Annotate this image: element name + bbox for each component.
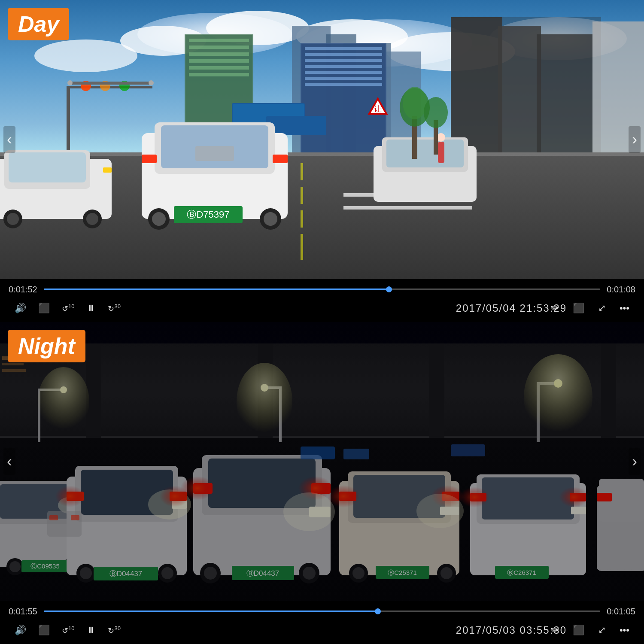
day-more-btn[interactable]: ••• (614, 300, 635, 316)
night-next-arrow[interactable]: › (629, 448, 641, 475)
day-controls: 0:01:52 0:01:08 🔊 ⬛ ↺10 ⏸ ↻30 2017/05/04… (0, 279, 644, 322)
svg-rect-77 (438, 142, 444, 163)
svg-text:让: 让 (374, 105, 382, 113)
day-expand-btn[interactable]: ⤢ (592, 300, 612, 316)
night-forward-btn[interactable]: ↻30 (102, 623, 126, 638)
svg-rect-26 (305, 65, 382, 68)
day-next-arrow[interactable]: › (629, 126, 641, 153)
svg-rect-23 (305, 47, 382, 50)
day-progress-track[interactable] (44, 289, 600, 290)
night-volume-btn[interactable]: 🔊 (9, 622, 32, 638)
svg-point-58 (7, 213, 19, 225)
svg-point-52 (67, 80, 73, 85)
day-progress-thumb[interactable] (386, 286, 392, 292)
svg-rect-56 (9, 152, 86, 182)
day-play-btn[interactable]: ⏸ (80, 300, 102, 316)
svg-rect-71 (142, 155, 157, 163)
day-pip-btn[interactable]: ⬛ (567, 300, 590, 316)
night-rewind-btn[interactable]: ↺10 (56, 623, 80, 638)
svg-rect-16 (189, 46, 249, 49)
day-buttons-row: 🔊 ⬛ ↺10 ⏸ ↻30 2017/05/04 21:53:29 ✏ ⬛ ⤢ … (9, 300, 635, 316)
svg-rect-24 (305, 53, 382, 56)
svg-rect-46 (67, 86, 70, 155)
night-time-left: 0:01:55 (9, 607, 39, 617)
night-progress-row: 0:01:55 0:01:05 (9, 607, 635, 617)
day-rewind-btn[interactable]: ↺10 (56, 301, 80, 316)
svg-rect-37 (301, 163, 303, 180)
day-subtitle-btn[interactable]: ⬛ (32, 300, 56, 316)
night-subtitle-btn[interactable]: ⬛ (32, 622, 56, 638)
night-right-controls: ✏ ⬛ ⤢ ••• (545, 622, 635, 638)
svg-point-53 (149, 80, 154, 85)
svg-rect-39 (301, 210, 303, 228)
night-pencil-btn[interactable]: ✏ (545, 622, 565, 638)
day-volume-btn[interactable]: 🔊 (9, 300, 32, 316)
day-time-left: 0:01:52 (9, 285, 39, 295)
night-progress-track[interactable] (44, 611, 600, 612)
svg-point-81 (403, 87, 427, 119)
day-pencil-btn[interactable]: ✏ (545, 300, 565, 316)
day-label: Day (8, 8, 69, 40)
night-prev-arrow[interactable]: ‹ (3, 448, 15, 475)
svg-rect-15 (189, 39, 249, 42)
day-panel: ⒷD75397 让 (0, 0, 644, 322)
svg-rect-72 (273, 155, 288, 163)
night-buttons-row: 🔊 ⬛ ↺10 ⏸ ↻30 2017/05/03 03:55:30 ✏ ⬛ ⤢ … (9, 622, 635, 638)
svg-rect-45 (266, 116, 326, 135)
svg-rect-20 (189, 73, 249, 76)
svg-rect-40 (301, 234, 303, 260)
night-panel: ⒸC09535 ⒷD04437 (0, 322, 644, 644)
day-progress-fill (44, 289, 389, 290)
svg-rect-28 (305, 77, 382, 80)
svg-text:ⒷD75397: ⒷD75397 (187, 209, 229, 220)
day-prev-arrow[interactable]: ‹ (3, 126, 15, 153)
svg-point-7 (34, 39, 137, 72)
svg-rect-191 (0, 322, 644, 601)
night-progress-fill (44, 611, 378, 612)
day-scene: ⒷD75397 让 (0, 0, 644, 279)
svg-rect-38 (301, 187, 303, 204)
svg-rect-18 (189, 59, 249, 63)
svg-rect-25 (305, 59, 382, 62)
svg-point-68 (152, 212, 166, 226)
day-progress-row: 0:01:52 0:01:08 (9, 285, 635, 295)
night-time-right: 0:01:05 (605, 607, 635, 617)
svg-rect-42 (343, 206, 472, 210)
svg-rect-76 (386, 140, 464, 167)
night-label: Night (8, 330, 85, 362)
svg-rect-27 (305, 71, 382, 74)
svg-rect-19 (189, 66, 249, 70)
svg-point-70 (264, 212, 277, 226)
night-play-btn[interactable]: ⏸ (80, 622, 102, 638)
night-expand-btn[interactable]: ⤢ (592, 622, 612, 638)
night-scene: ⒸC09535 ⒷD04437 (0, 322, 644, 601)
svg-rect-73 (195, 146, 234, 161)
night-progress-thumb[interactable] (375, 608, 381, 614)
night-controls: 0:01:55 0:01:05 🔊 ⬛ ↺10 ⏸ ↻30 2017/05/03… (0, 601, 644, 644)
svg-point-83 (424, 97, 448, 128)
svg-point-60 (86, 213, 98, 225)
svg-rect-51 (72, 82, 149, 85)
svg-rect-33 (451, 17, 601, 163)
night-pip-btn[interactable]: ⬛ (567, 622, 590, 638)
day-forward-btn[interactable]: ↻30 (102, 301, 126, 316)
svg-rect-29 (305, 83, 382, 86)
day-right-controls: ✏ ⬛ ⤢ ••• (545, 300, 635, 316)
svg-rect-36 (0, 152, 644, 156)
day-time-right: 0:01:08 (605, 285, 635, 295)
svg-rect-61 (103, 167, 112, 173)
svg-rect-17 (189, 52, 249, 56)
night-more-btn[interactable]: ••• (614, 622, 635, 638)
